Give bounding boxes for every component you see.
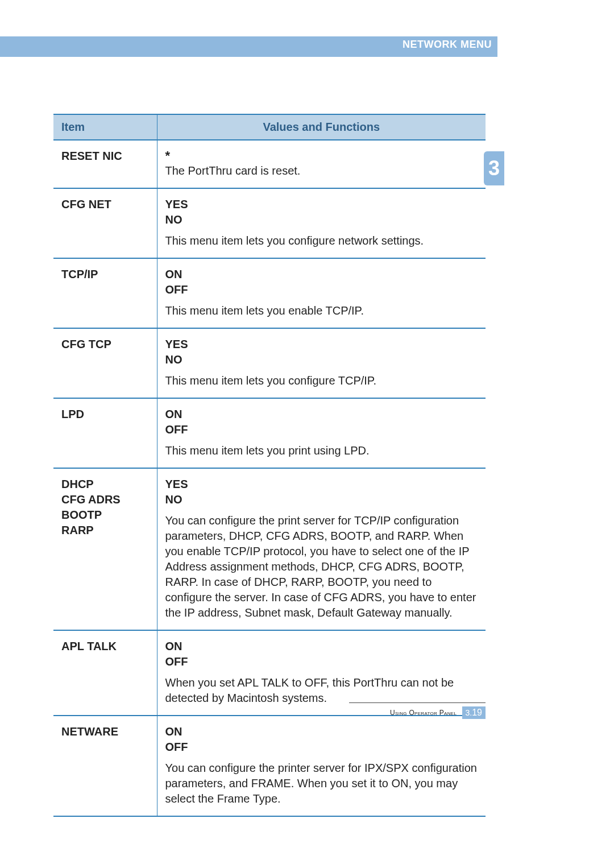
page: NETWORK MENU 3 Item Values and Functions…	[0, 0, 614, 868]
values-text: YES NO	[165, 477, 478, 507]
footer-text: Using Operator Panel	[390, 709, 457, 717]
table-row: CFG NET YES NO This menu item lets you c…	[53, 188, 486, 258]
values-cell: ON OFF You can configure the printer ser…	[157, 716, 486, 816]
footer-rule	[349, 702, 486, 703]
description-text: You can configure the print server for T…	[165, 513, 478, 621]
description-text: This menu item lets you enable TCP/IP.	[165, 303, 478, 319]
values-cell: YES NO This menu item lets you configure…	[157, 328, 486, 398]
item-cell: TCP/IP	[53, 258, 157, 328]
description-text: This menu item lets you print using LPD.	[165, 443, 478, 458]
page-chapter: 3.	[466, 708, 472, 717]
col-header-values: Values and Functions	[157, 114, 486, 140]
description-text: The PortThru card is reset.	[165, 163, 478, 179]
item-cell: LPD	[53, 398, 157, 468]
table-row: CFG TCP YES NO This menu item lets you c…	[53, 328, 486, 398]
values-text: ON OFF	[165, 407, 478, 437]
table-row: DHCP CFG ADRS BOOTP RARP YES NO You can …	[53, 468, 486, 630]
values-text: ON OFF	[165, 724, 478, 755]
page-number: 19	[472, 708, 482, 717]
page-number-badge: 3.19	[462, 706, 486, 719]
col-header-item: Item	[53, 114, 157, 140]
values-cell: * The PortThru card is reset.	[157, 140, 486, 188]
item-cell: CFG TCP	[53, 328, 157, 398]
values-text: YES NO	[165, 197, 478, 228]
item-cell: DHCP CFG ADRS BOOTP RARP	[53, 468, 157, 630]
page-footer: Using Operator Panel 3.19	[53, 702, 486, 719]
description-text: When you set APL TALK to OFF, this PortT…	[165, 675, 478, 706]
item-cell: CFG NET	[53, 188, 157, 258]
values-text: ON OFF	[165, 267, 478, 297]
chapter-tab: 3	[484, 151, 504, 185]
table-row: RESET NIC * The PortThru card is reset.	[53, 140, 486, 188]
section-title: NETWORK MENU	[0, 39, 492, 51]
values-text: YES NO	[165, 337, 478, 367]
description-text: This menu item lets you configure networ…	[165, 233, 478, 249]
description-text: This menu item lets you configure TCP/IP…	[165, 373, 478, 388]
table-row: NETWARE ON OFF You can configure the pri…	[53, 716, 486, 816]
values-text: *	[165, 148, 478, 163]
item-cell: NETWARE	[53, 716, 157, 816]
table-row: LPD ON OFF This menu item lets you print…	[53, 398, 486, 468]
description-text: You can configure the printer server for…	[165, 760, 478, 807]
values-cell: YES NO This menu item lets you configure…	[157, 188, 486, 258]
values-cell: YES NO You can configure the print serve…	[157, 468, 486, 630]
item-cell: RESET NIC	[53, 140, 157, 188]
table-header-row: Item Values and Functions	[53, 114, 486, 140]
values-cell: ON OFF This menu item lets you enable TC…	[157, 258, 486, 328]
values-text: ON OFF	[165, 639, 478, 669]
values-cell: ON OFF This menu item lets you print usi…	[157, 398, 486, 468]
table-row: TCP/IP ON OFF This menu item lets you en…	[53, 258, 486, 328]
